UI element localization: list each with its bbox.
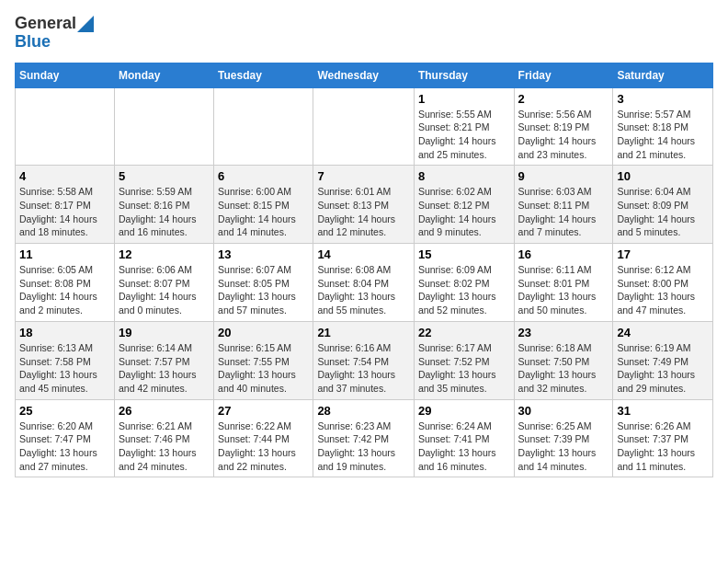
day-info: Sunrise: 6:03 AM Sunset: 8:11 PM Dayligh… bbox=[518, 185, 609, 239]
calendar-cell: 17Sunrise: 6:12 AM Sunset: 8:00 PM Dayli… bbox=[613, 244, 713, 322]
day-number: 11 bbox=[19, 247, 110, 261]
day-number: 16 bbox=[518, 247, 609, 261]
day-info: Sunrise: 6:12 AM Sunset: 8:00 PM Dayligh… bbox=[617, 263, 709, 317]
calendar-cell: 6Sunrise: 6:00 AM Sunset: 8:15 PM Daylig… bbox=[214, 166, 313, 244]
day-number: 6 bbox=[218, 169, 309, 183]
day-number: 10 bbox=[617, 169, 709, 183]
dow-header: Wednesday bbox=[313, 63, 415, 87]
calendar-cell: 21Sunrise: 6:16 AM Sunset: 7:54 PM Dayli… bbox=[313, 321, 415, 399]
calendar-cell bbox=[214, 87, 313, 166]
day-number: 3 bbox=[617, 92, 709, 106]
day-info: Sunrise: 6:25 AM Sunset: 7:39 PM Dayligh… bbox=[518, 419, 609, 474]
day-info: Sunrise: 6:21 AM Sunset: 7:46 PM Dayligh… bbox=[119, 419, 210, 474]
svg-marker-0 bbox=[77, 16, 94, 32]
calendar-cell: 25Sunrise: 6:20 AM Sunset: 7:47 PM Dayli… bbox=[16, 399, 115, 477]
logo-text: General bbox=[15, 15, 94, 33]
calendar-cell bbox=[313, 87, 415, 166]
day-info: Sunrise: 6:11 AM Sunset: 8:01 PM Dayligh… bbox=[518, 263, 609, 317]
calendar-cell: 16Sunrise: 6:11 AM Sunset: 8:01 PM Dayli… bbox=[514, 244, 613, 322]
day-number: 22 bbox=[418, 326, 510, 339]
day-number: 1 bbox=[418, 92, 510, 106]
day-info: Sunrise: 6:05 AM Sunset: 8:08 PM Dayligh… bbox=[19, 263, 110, 317]
calendar-cell: 7Sunrise: 6:01 AM Sunset: 8:13 PM Daylig… bbox=[313, 166, 415, 244]
calendar-body: 1Sunrise: 5:55 AM Sunset: 8:21 PM Daylig… bbox=[16, 87, 713, 477]
day-number: 2 bbox=[518, 92, 609, 106]
calendar-cell bbox=[114, 87, 213, 166]
calendar-cell: 2Sunrise: 5:56 AM Sunset: 8:19 PM Daylig… bbox=[514, 87, 613, 166]
day-number: 5 bbox=[119, 169, 210, 183]
day-number: 21 bbox=[317, 326, 410, 339]
day-number: 15 bbox=[418, 247, 510, 261]
calendar-cell: 18Sunrise: 6:13 AM Sunset: 7:58 PM Dayli… bbox=[16, 321, 115, 399]
day-number: 14 bbox=[317, 247, 410, 261]
day-number: 19 bbox=[119, 326, 210, 339]
day-info: Sunrise: 5:57 AM Sunset: 8:18 PM Dayligh… bbox=[617, 108, 709, 162]
calendar-week: 4Sunrise: 5:58 AM Sunset: 8:17 PM Daylig… bbox=[16, 166, 713, 244]
calendar-cell: 3Sunrise: 5:57 AM Sunset: 8:18 PM Daylig… bbox=[613, 87, 713, 166]
calendar-cell: 9Sunrise: 6:03 AM Sunset: 8:11 PM Daylig… bbox=[514, 166, 613, 244]
day-number: 24 bbox=[617, 326, 709, 339]
day-number: 12 bbox=[119, 247, 210, 261]
day-number: 26 bbox=[119, 404, 210, 418]
dow-header: Friday bbox=[514, 63, 613, 87]
calendar-cell: 5Sunrise: 5:59 AM Sunset: 8:16 PM Daylig… bbox=[114, 166, 213, 244]
day-number: 4 bbox=[19, 169, 110, 183]
dow-header: Sunday bbox=[16, 63, 115, 87]
day-info: Sunrise: 6:24 AM Sunset: 7:41 PM Dayligh… bbox=[418, 419, 510, 474]
calendar-cell: 20Sunrise: 6:15 AM Sunset: 7:55 PM Dayli… bbox=[214, 321, 313, 399]
day-info: Sunrise: 6:02 AM Sunset: 8:12 PM Dayligh… bbox=[418, 185, 510, 239]
calendar-cell: 30Sunrise: 6:25 AM Sunset: 7:39 PM Dayli… bbox=[514, 399, 613, 477]
calendar-cell: 24Sunrise: 6:19 AM Sunset: 7:49 PM Dayli… bbox=[613, 321, 713, 399]
day-number: 29 bbox=[418, 404, 510, 418]
logo: General Blue bbox=[15, 15, 94, 52]
calendar-cell: 14Sunrise: 6:08 AM Sunset: 8:04 PM Dayli… bbox=[313, 244, 415, 322]
day-info: Sunrise: 6:17 AM Sunset: 7:52 PM Dayligh… bbox=[418, 341, 510, 396]
day-number: 8 bbox=[418, 169, 510, 183]
calendar-week: 11Sunrise: 6:05 AM Sunset: 8:08 PM Dayli… bbox=[16, 244, 713, 322]
calendar-cell: 23Sunrise: 6:18 AM Sunset: 7:50 PM Dayli… bbox=[514, 321, 613, 399]
day-info: Sunrise: 6:14 AM Sunset: 7:57 PM Dayligh… bbox=[119, 341, 210, 396]
day-number: 25 bbox=[19, 404, 110, 418]
calendar-week: 18Sunrise: 6:13 AM Sunset: 7:58 PM Dayli… bbox=[16, 321, 713, 399]
dow-header: Monday bbox=[114, 63, 213, 87]
calendar-week: 25Sunrise: 6:20 AM Sunset: 7:47 PM Dayli… bbox=[16, 399, 713, 477]
day-number: 23 bbox=[518, 326, 609, 339]
day-number: 27 bbox=[218, 404, 309, 418]
day-info: Sunrise: 6:26 AM Sunset: 7:37 PM Dayligh… bbox=[617, 419, 709, 474]
day-info: Sunrise: 6:07 AM Sunset: 8:05 PM Dayligh… bbox=[218, 263, 309, 317]
logo-blue-text: Blue bbox=[15, 32, 51, 51]
day-number: 31 bbox=[617, 404, 709, 418]
day-info: Sunrise: 6:15 AM Sunset: 7:55 PM Dayligh… bbox=[218, 341, 309, 396]
calendar-cell: 28Sunrise: 6:23 AM Sunset: 7:42 PM Dayli… bbox=[313, 399, 415, 477]
calendar-cell: 11Sunrise: 6:05 AM Sunset: 8:08 PM Dayli… bbox=[16, 244, 115, 322]
page-header: General Blue bbox=[15, 15, 713, 52]
calendar-cell: 12Sunrise: 6:06 AM Sunset: 8:07 PM Dayli… bbox=[114, 244, 213, 322]
dow-header: Tuesday bbox=[214, 63, 313, 87]
day-number: 13 bbox=[218, 247, 309, 261]
day-info: Sunrise: 6:22 AM Sunset: 7:44 PM Dayligh… bbox=[218, 419, 309, 474]
dow-header: Saturday bbox=[613, 63, 713, 87]
calendar-cell: 29Sunrise: 6:24 AM Sunset: 7:41 PM Dayli… bbox=[414, 399, 514, 477]
day-info: Sunrise: 6:04 AM Sunset: 8:09 PM Dayligh… bbox=[617, 185, 709, 239]
calendar-cell: 15Sunrise: 6:09 AM Sunset: 8:02 PM Dayli… bbox=[414, 244, 514, 322]
day-info: Sunrise: 6:13 AM Sunset: 7:58 PM Dayligh… bbox=[19, 341, 110, 396]
calendar-cell: 10Sunrise: 6:04 AM Sunset: 8:09 PM Dayli… bbox=[613, 166, 713, 244]
day-info: Sunrise: 6:00 AM Sunset: 8:15 PM Dayligh… bbox=[218, 185, 309, 239]
day-info: Sunrise: 6:06 AM Sunset: 8:07 PM Dayligh… bbox=[119, 263, 210, 317]
day-number: 9 bbox=[518, 169, 609, 183]
day-info: Sunrise: 6:20 AM Sunset: 7:47 PM Dayligh… bbox=[19, 419, 110, 474]
day-info: Sunrise: 6:09 AM Sunset: 8:02 PM Dayligh… bbox=[418, 263, 510, 317]
day-info: Sunrise: 6:16 AM Sunset: 7:54 PM Dayligh… bbox=[317, 341, 410, 396]
calendar-cell: 4Sunrise: 5:58 AM Sunset: 8:17 PM Daylig… bbox=[16, 166, 115, 244]
day-info: Sunrise: 5:58 AM Sunset: 8:17 PM Dayligh… bbox=[19, 185, 110, 239]
day-number: 7 bbox=[317, 169, 410, 183]
day-number: 28 bbox=[317, 404, 410, 418]
calendar-cell: 8Sunrise: 6:02 AM Sunset: 8:12 PM Daylig… bbox=[414, 166, 514, 244]
day-info: Sunrise: 5:55 AM Sunset: 8:21 PM Dayligh… bbox=[418, 108, 510, 162]
day-number: 20 bbox=[218, 326, 309, 339]
day-number: 30 bbox=[518, 404, 609, 418]
calendar-week: 1Sunrise: 5:55 AM Sunset: 8:21 PM Daylig… bbox=[16, 87, 713, 166]
day-number: 18 bbox=[19, 326, 110, 339]
days-of-week-row: SundayMondayTuesdayWednesdayThursdayFrid… bbox=[16, 63, 713, 87]
calendar-cell: 31Sunrise: 6:26 AM Sunset: 7:37 PM Dayli… bbox=[613, 399, 713, 477]
